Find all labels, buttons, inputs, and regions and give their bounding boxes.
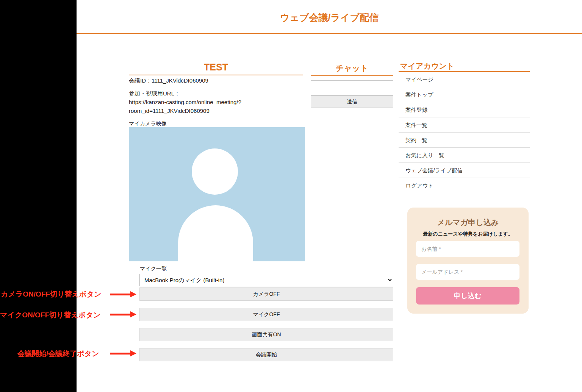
sidebar-item-favorites[interactable]: お気に入り一覧 [399, 148, 530, 163]
newsletter-box: メルマガ申し込み 最新のニュースや特典をお届けします。 申し込む [407, 208, 529, 314]
mic-toggle-button[interactable]: マイクOFF [139, 308, 393, 321]
header-divider [77, 33, 582, 34]
avatar-silhouette-head-icon [192, 148, 238, 195]
screen-share-button[interactable]: 画面共有ON [139, 328, 393, 341]
arrow-shaft [110, 294, 130, 295]
account-section-title: マイアカウント [400, 61, 530, 71]
chat-title: チャット [311, 63, 393, 73]
newsletter-title: メルマガ申し込み [407, 217, 529, 228]
mic-select[interactable]: MacBook Proのマイク (Built-in) [139, 274, 393, 286]
my-camera-label: マイカメラ映像 [129, 120, 167, 127]
left-black-panel [0, 0, 77, 392]
sidebar-item-logout[interactable]: ログアウト [399, 178, 530, 193]
mic-list-label: マイク一覧 [140, 265, 167, 272]
sidebar-item-case-list[interactable]: 案件一覧 [399, 117, 530, 133]
meeting-id-text: 会議ID：1111_JKVidcDI060909 [129, 77, 303, 84]
arrow-head-icon [130, 311, 136, 317]
sidebar-item-web-meeting[interactable]: ウェブ会議/ライブ配信 [399, 163, 530, 178]
account-menu: マイページ 案件トップ 案件登録 案件一覧 契約一覧 お気に入り一覧 ウェブ会議… [399, 72, 530, 193]
chat-send-button[interactable]: 送信 [311, 95, 393, 108]
annotation-arrow-mic [110, 311, 136, 317]
sidebar-item-case-top[interactable]: 案件トップ [399, 87, 530, 102]
newsletter-name-field[interactable] [416, 241, 519, 257]
avatar-silhouette-body-icon [178, 205, 253, 261]
arrow-head-icon [130, 350, 136, 356]
arrow-head-icon [130, 291, 136, 297]
annotation-mic-toggle: マイクON/OFF切り替えボタン [0, 310, 100, 320]
camera-preview [129, 127, 305, 261]
sidebar-item-case-register[interactable]: 案件登録 [399, 102, 530, 117]
sidebar-item-contract-list[interactable]: 契約一覧 [399, 133, 530, 148]
newsletter-submit-button[interactable]: 申し込む [416, 287, 519, 305]
chat-input[interactable] [311, 80, 393, 95]
camera-toggle-button[interactable]: カメラOFF [139, 287, 393, 301]
meeting-url-line2: room_id=1111_JKVidcDI060909 [129, 108, 210, 114]
meeting-start-button[interactable]: 会議開始 [139, 348, 393, 361]
page-title: ウェブ会議/ライブ配信 [77, 11, 582, 24]
meeting-url-line1: https://kanzan-casting.com/online_meetin… [129, 99, 241, 105]
newsletter-subtitle: 最新のニュースや特典をお届けします。 [407, 231, 529, 237]
annotation-camera-toggle: カメラON/OFF切り替えボタン [1, 289, 101, 299]
sidebar-item-mypage[interactable]: マイページ [399, 72, 530, 87]
meeting-url-label: 参加・視聴用URL： [129, 90, 180, 97]
arrow-shaft [110, 353, 130, 355]
annotation-meeting-toggle: 会議開始/会議終了ボタン [17, 349, 99, 359]
meeting-title: TEST [129, 62, 303, 73]
annotation-arrow-meeting [110, 350, 136, 356]
chat-title-divider [311, 75, 393, 76]
arrow-shaft [110, 314, 130, 315]
newsletter-email-field[interactable] [416, 264, 519, 280]
annotation-arrow-camera [110, 291, 136, 297]
meeting-title-divider [129, 75, 303, 75]
